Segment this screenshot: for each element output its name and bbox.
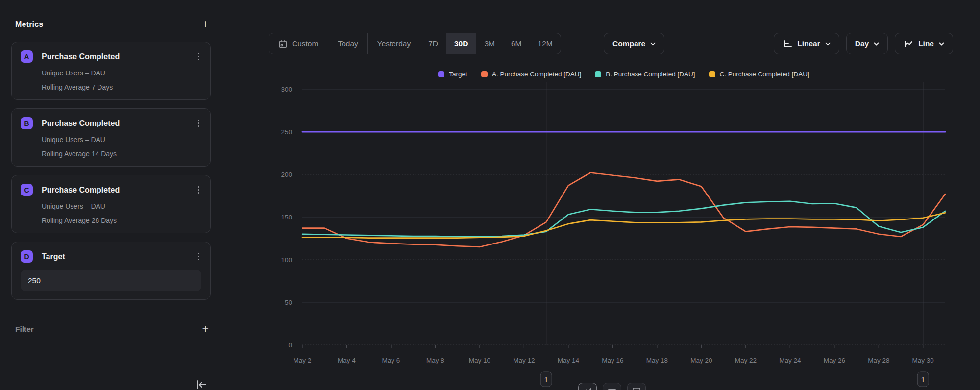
metric-title: Purchase Completed — [42, 119, 196, 128]
filter-heading: Filter — [15, 325, 34, 334]
x-axis-label: May 22 — [735, 357, 757, 364]
add-filter-button[interactable]: + — [200, 323, 211, 335]
view-line-chart-button[interactable] — [578, 383, 597, 390]
metric-card-b[interactable]: B Purchase Completed Unique Users – DAU … — [11, 108, 211, 167]
x-axis-label: May 2 — [294, 357, 312, 364]
sidebar-divider — [0, 373, 225, 373]
y-axis-label-50: 50 — [285, 299, 292, 306]
y-axis-label-0: 0 — [288, 341, 292, 349]
add-metric-button[interactable]: + — [200, 19, 211, 30]
line-chart-icon — [583, 387, 592, 390]
metric-title: Purchase Completed — [42, 52, 196, 61]
metric-card-a[interactable]: A Purchase Completed Unique Users – DAU … — [11, 42, 211, 100]
metric-badge-c: C — [21, 184, 33, 196]
chart-panel: Custom Today Yesterday 7D 30D 3M 6M 12M … — [225, 0, 980, 390]
table-icon — [632, 387, 641, 390]
metric-menu-button[interactable] — [196, 118, 201, 129]
metric-menu-button[interactable] — [196, 184, 201, 195]
collapse-sidebar-button[interactable] — [195, 379, 208, 390]
y-axis-label-100: 100 — [281, 256, 292, 264]
view-table-button[interactable] — [627, 383, 646, 390]
metrics-sidebar: Metrics + A Purchase Completed Unique Us… — [0, 0, 225, 390]
x-axis-label: May 8 — [426, 357, 444, 364]
metric-detail: Rolling Average 28 Days — [42, 217, 201, 224]
metric-title: Purchase Completed — [42, 186, 196, 195]
metric-subtitle: Unique Users – DAU — [42, 69, 201, 77]
metric-menu-button[interactable] — [196, 51, 201, 62]
x-axis-label: May 20 — [690, 357, 712, 364]
y-axis-label-300: 300 — [281, 86, 292, 93]
metric-badge-a: A — [21, 50, 33, 63]
metric-badge-d: D — [21, 250, 33, 263]
x-axis-label: May 30 — [912, 357, 934, 364]
x-axis-label: May 18 — [646, 357, 668, 364]
x-axis-label: May 24 — [779, 357, 801, 364]
chart-view-switcher — [578, 383, 646, 390]
x-axis-label: May 26 — [824, 357, 845, 364]
y-axis-label-150: 150 — [281, 214, 292, 221]
metric-detail: Rolling Average 14 Days — [42, 150, 201, 158]
annotation-badge-label: 1 — [921, 376, 925, 384]
annotation-badge-label: 1 — [544, 376, 548, 384]
metric-card-c[interactable]: C Purchase Completed Unique Users – DAU … — [11, 175, 211, 233]
target-card[interactable]: D Target — [11, 242, 211, 300]
metric-menu-button[interactable] — [196, 251, 201, 262]
metric-subtitle: Unique Users – DAU — [42, 136, 201, 144]
y-axis-label-200: 200 — [281, 171, 292, 178]
target-value-input[interactable] — [21, 270, 201, 291]
metric-badge-b: B — [21, 117, 33, 129]
metric-subtitle: Unique Users – DAU — [42, 202, 201, 210]
x-axis-label: May 28 — [868, 357, 889, 364]
x-axis-label: May 16 — [602, 357, 623, 364]
x-axis-label: May 12 — [513, 357, 535, 364]
x-axis-label: May 6 — [382, 357, 400, 364]
x-axis-label: May 14 — [558, 357, 580, 364]
y-axis-label-250: 250 — [281, 128, 292, 136]
bar-chart-icon — [608, 387, 616, 390]
metric-detail: Rolling Average 7 Days — [42, 83, 201, 91]
x-axis-label: May 4 — [338, 357, 356, 364]
collapse-left-icon — [195, 379, 208, 390]
chart-svg: 050100150200250300May 2May 4May 6May 8Ma… — [225, 0, 980, 390]
x-axis-label: May 10 — [469, 357, 490, 364]
target-title: Target — [42, 252, 196, 261]
view-bar-chart-button[interactable] — [603, 383, 621, 390]
series-line-3 — [302, 213, 945, 238]
metrics-heading: Metrics — [15, 20, 43, 29]
